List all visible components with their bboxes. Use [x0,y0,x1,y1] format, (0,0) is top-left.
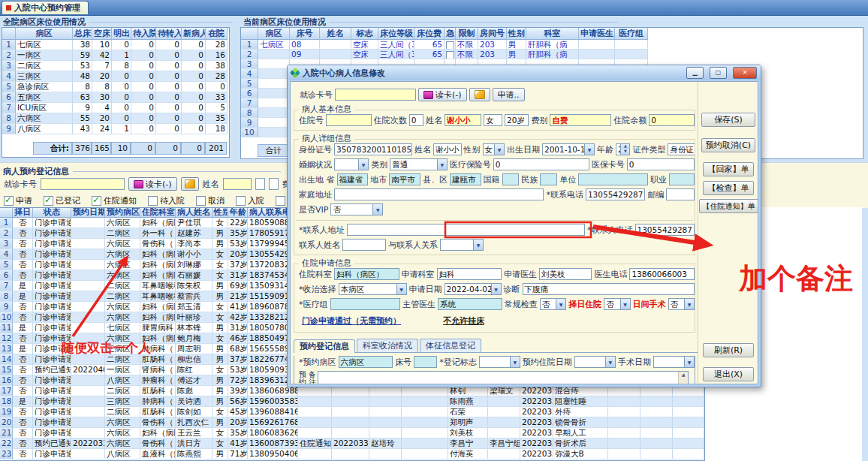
restore-button[interactable]: ▢ [710,67,727,79]
combo-box[interactable]: ▼ [653,356,695,368]
filter-申请[interactable]: 申请 [4,195,32,206]
cell[interactable]: 38 [206,61,228,71]
text-input[interactable]: 谢小小 [445,114,481,126]
cell[interactable]: 22岁 [228,218,248,228]
combo-box[interactable]: ▼ [574,356,616,368]
cell[interactable]: 38 [73,40,92,50]
cell[interactable]: 0 [131,50,156,61]
cell[interactable]: 二病区 [16,61,73,71]
cell[interactable]: 妇科（病区 [140,312,176,323]
cell[interactable]: 0 [182,61,206,71]
cell[interactable]: 20220401 [71,365,105,375]
table-row[interactable]: 7ICU病区9400005 [2,103,229,113]
cell[interactable]: 41岁 [228,302,248,312]
cell[interactable]: 空床 [351,50,378,59]
cell[interactable] [673,386,704,396]
cell[interactable] [71,417,105,428]
cell[interactable]: 三人间（3 [378,50,414,59]
cell[interactable]: 郑玉清 [176,302,212,312]
chevron-down-icon[interactable]: ▼ [473,240,483,250]
cell[interactable] [71,333,105,344]
cell[interactable]: 弥漫大B [553,449,608,459]
cell[interactable]: 梁瑞文 [488,386,520,396]
cell[interactable]: 六病区 [105,239,140,249]
cell[interactable] [673,449,704,459]
cell[interactable] [71,302,105,312]
filter-已登记[interactable]: 已登记 [44,195,80,206]
cell[interactable]: 周志明 [176,344,212,354]
cell[interactable]: 六病区 [16,113,73,124]
cell[interactable] [673,417,704,428]
cell[interactable]: 28 [206,71,228,82]
cell[interactable] [71,312,105,323]
cell[interactable]: 0 [182,71,206,82]
text-input[interactable] [669,173,695,185]
cell[interactable] [71,407,105,417]
cell[interactable]: 是 [13,396,33,407]
cell[interactable]: 肾病科（ [140,365,176,375]
cell[interactable]: 八病区 [105,449,140,459]
text-input[interactable]: 南平市 [389,173,420,185]
cell[interactable]: 门诊申请通 [33,407,71,417]
cell[interactable]: 石丽媛 [176,270,212,281]
save-button[interactable]: 保存(S) [701,113,755,127]
cell[interactable]: 8 [92,82,112,92]
cell[interactable]: 门诊申请通 [33,218,71,228]
cell[interactable]: 18 [206,124,228,134]
cell[interactable]: 锁骨骨折 [553,417,608,428]
cell[interactable]: 李昌宁 [448,438,488,449]
table-row[interactable]: 21否门诊申请通六病区妇科（病区王云兰女35岁18060836261刘美枝202… [0,428,704,438]
cell[interactable]: 0 [156,124,182,134]
text-input[interactable] [335,89,416,101]
cell[interactable] [332,396,369,407]
cell[interactable] [320,50,351,59]
cell[interactable] [608,449,640,459]
cell[interactable] [402,449,448,459]
cell[interactable]: 是 [13,291,33,302]
cell[interactable]: 0 [206,82,228,92]
notes-textarea[interactable]: ▲▼ [318,371,689,384]
text-input[interactable]: 350783200110185022 [334,143,412,155]
cell[interactable] [673,407,704,417]
cell[interactable]: 陈朱权 [176,281,212,291]
cell[interactable]: 门诊申请通 [33,449,71,459]
cell[interactable]: 21岁 [228,291,248,302]
outpatient-approved-link[interactable]: 门诊申请通过（无需预约） [302,315,401,327]
cell[interactable]: 否 [13,365,33,375]
minimize-button[interactable]: ▁ [686,67,704,79]
cell[interactable] [488,407,520,417]
cell[interactable] [402,417,448,428]
combo-box[interactable]: 否▼ [540,298,566,310]
cancel-reservation-button[interactable]: 预约取消(C) [701,138,755,152]
cell[interactable]: 男 [212,354,228,365]
cell[interactable] [488,449,520,459]
cell[interactable]: 13600873937 [248,438,298,449]
combo-box[interactable]: 女▼ [483,143,505,155]
cell[interactable]: 08 [290,40,320,50]
cell[interactable]: 是 [13,344,33,354]
cell[interactable]: 否 [13,375,33,386]
table-row[interactable]: 209空床三人间（365不限203男肝胆科（病 [241,50,863,59]
chevron-down-icon[interactable]: ▼ [372,204,382,215]
cell[interactable]: 72岁 [228,375,248,386]
cell[interactable] [332,386,369,396]
read-card-button[interactable]: 读卡(-) [418,88,467,101]
cell[interactable] [402,428,448,438]
cell[interactable]: 53岁 [228,239,248,249]
cell[interactable]: 13860689886 [248,386,298,396]
cell[interactable] [298,407,332,417]
cell[interactable]: 13809504060 [248,449,298,459]
cell[interactable]: 20220330 [332,438,369,449]
cell[interactable] [402,396,448,407]
cell[interactable] [488,428,520,438]
cell[interactable]: 脾胃病科 [140,323,176,333]
cell[interactable] [258,59,290,69]
text-input[interactable] [347,224,586,236]
cell[interactable]: 43 [73,124,92,134]
chevron-down-icon[interactable]: ▼ [437,159,447,170]
cell[interactable]: 付海英 [448,449,488,459]
cell[interactable] [488,417,520,428]
cell[interactable] [298,428,332,438]
cell[interactable]: 门诊申请通 [33,386,71,396]
cell[interactable]: 否 [13,407,33,417]
